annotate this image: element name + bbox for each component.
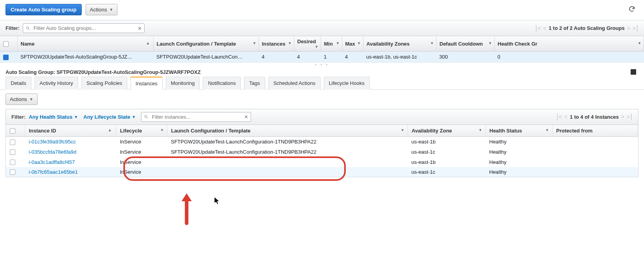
instance-launch-config <box>167 157 407 167</box>
asg-row[interactable]: SFTPGW20UpdateTest-AutoScalingGroup-5JZ…… <box>0 51 644 63</box>
chevron-down-icon: ▾ <box>431 41 433 45</box>
instances-filter-input[interactable] <box>141 112 251 122</box>
checkbox-icon[interactable] <box>3 41 9 47</box>
asg-col-max[interactable]: Max▾ <box>342 36 363 51</box>
asg-filter-input[interactable] <box>23 23 145 33</box>
asg-col-cooldown[interactable]: Default Cooldown▾ <box>436 36 494 51</box>
clear-filter-icon[interactable]: ✕ <box>138 25 142 31</box>
instance-id-link[interactable]: i-01c3fe39a93fc95cc <box>29 139 76 145</box>
create-asg-button[interactable]: Create Auto Scaling group <box>6 4 82 15</box>
instance-az: us-east-1c <box>407 147 485 157</box>
tab-scaling-policies[interactable]: Scaling Policies <box>81 77 127 90</box>
instance-az: us-east-1b <box>407 157 485 167</box>
asg-cell-health: 0 <box>494 51 644 63</box>
svg-marker-6 <box>215 197 219 204</box>
instances-actions-button[interactable]: Actions ▼ <box>6 94 38 105</box>
instance-row[interactable]: i-0aa3c1adffa8cf457 InService us-east-1b… <box>6 157 638 167</box>
filter-label: Filter: <box>6 25 20 31</box>
inst-col-checkbox[interactable] <box>6 125 25 137</box>
asg-col-desired[interactable]: Desired▾ <box>294 36 321 51</box>
page-first-icon[interactable]: ⎮< <box>556 114 562 120</box>
instances-table: Instance ID▲ Lifecycle▾ Launch Configura… <box>6 125 638 177</box>
pane-splitter[interactable]: • • • <box>0 63 644 67</box>
inst-col-protected[interactable]: Protected from <box>552 125 638 137</box>
checkbox-icon[interactable] <box>10 149 15 155</box>
sort-asc-icon: ▲ <box>108 128 112 132</box>
tab-activity-history[interactable]: Activity History <box>35 77 78 90</box>
asg-col-name[interactable]: Name▲ <box>17 36 153 51</box>
minimize-icon[interactable] <box>631 69 636 75</box>
tab-scheduled-actions[interactable]: Scheduled Actions <box>268 77 321 90</box>
health-status-filter[interactable]: Any Health Status ▼ <box>29 114 78 120</box>
top-toolbar: Create Auto Scaling group Actions ▼ <box>0 0 644 20</box>
chevron-down-icon: ▼ <box>132 115 136 119</box>
filter-label: Filter: <box>11 114 26 120</box>
tab-instances[interactable]: Instances <box>130 77 163 90</box>
inst-col-health[interactable]: Health Status▾ <box>485 125 552 137</box>
svg-line-3 <box>147 118 148 119</box>
tab-tags[interactable]: Tags <box>244 77 265 90</box>
instance-id-link[interactable]: i-0aa3c1adffa8cf457 <box>29 159 75 165</box>
chevron-down-icon: ▼ <box>29 97 33 101</box>
chevron-down-icon: ▾ <box>289 41 291 45</box>
instance-id-link[interactable]: i-035bccfda78e6fa9d <box>29 149 76 155</box>
page-first-icon[interactable]: ⎮< <box>535 25 541 31</box>
asg-cell-instances: 4 <box>259 51 294 63</box>
page-next-icon[interactable]: > <box>621 114 624 120</box>
page-next-icon[interactable]: > <box>627 25 630 31</box>
instance-row[interactable]: i-01c3fe39a93fc95cc InService SFTPGW20Up… <box>6 137 638 147</box>
checkbox-icon[interactable] <box>10 169 15 175</box>
tab-notifications[interactable]: Notifications <box>203 77 241 90</box>
checkbox-icon[interactable] <box>10 160 15 165</box>
actions-dropdown-button[interactable]: Actions ▼ <box>86 4 118 15</box>
tab-monitoring[interactable]: Monitoring <box>166 77 200 90</box>
asg-col-launch[interactable]: Launch Configuration / Template▾ <box>153 36 259 51</box>
checkbox-icon[interactable] <box>10 128 15 134</box>
page-last-icon[interactable]: >⎮ <box>627 114 633 120</box>
asg-col-az[interactable]: Availability Zones▾ <box>363 36 436 51</box>
asg-col-min[interactable]: Min▾ <box>321 36 342 51</box>
page-prev-icon[interactable]: < <box>564 114 567 120</box>
instance-lifecycle: InService <box>116 157 167 167</box>
instance-row[interactable]: i-035bccfda78e6fa9d InService SFTPGW20Up… <box>6 147 638 157</box>
asg-col-health[interactable]: Health Check Gr▾ <box>494 36 644 51</box>
clear-filter-icon[interactable]: ✕ <box>244 114 248 120</box>
instance-health: Healthy <box>485 147 552 157</box>
instance-protected <box>552 167 638 177</box>
checkbox-icon[interactable] <box>3 55 9 60</box>
svg-point-2 <box>145 115 147 118</box>
instance-protected <box>552 147 638 157</box>
lifecycle-state-filter[interactable]: Any Lifecycle State ▼ <box>83 114 136 120</box>
sort-asc-icon: ▲ <box>146 41 150 45</box>
checkbox-icon[interactable] <box>10 140 15 145</box>
asg-col-checkbox[interactable] <box>0 36 17 51</box>
inst-col-launch[interactable]: Launch Configuration / Template▾ <box>167 125 407 137</box>
asg-col-instances[interactable]: Instances▾ <box>259 36 294 51</box>
chevron-down-icon: ▾ <box>546 128 548 132</box>
details-title-name: SFTPGW20UpdateTest-AutoScalingGroup-5JZW… <box>57 69 201 75</box>
asg-cell-min: 1 <box>321 51 342 63</box>
instance-protected <box>552 137 638 147</box>
instance-row[interactable]: i-0b7fc65aac1e65be1 InService us-east-1c… <box>6 167 638 177</box>
instance-id-link[interactable]: i-0b7fc65aac1e65be1 <box>29 169 78 175</box>
asg-pager: ⎮< < 1 to 2 of 2 Auto Scaling Groups > >… <box>535 25 638 31</box>
page-last-icon[interactable]: >⎮ <box>633 25 638 31</box>
inst-col-az[interactable]: Availability Zone▾ <box>407 125 485 137</box>
asg-cell-name: SFTPGW20UpdateTest-AutoScalingGroup-5JZ… <box>17 51 153 63</box>
instance-health: Healthy <box>485 157 552 167</box>
chevron-down-icon: ▾ <box>489 41 491 45</box>
inst-col-id[interactable]: Instance ID▲ <box>25 125 116 137</box>
chevron-down-icon: ▾ <box>253 41 255 45</box>
page-prev-icon[interactable]: < <box>543 25 546 31</box>
tab-lifecycle-hooks[interactable]: Lifecycle Hooks <box>324 77 370 90</box>
asg-pager-text: 1 to 2 of 2 Auto Scaling Groups <box>549 25 625 31</box>
chevron-down-icon: ▾ <box>316 44 317 49</box>
search-icon <box>144 114 149 119</box>
tab-details[interactable]: Details <box>6 77 31 90</box>
chevron-down-icon: ▾ <box>402 128 404 132</box>
refresh-icon[interactable] <box>628 6 635 13</box>
asg-cell-cooldown: 300 <box>436 51 494 63</box>
inst-col-lifecycle[interactable]: Lifecycle▾ <box>116 125 167 137</box>
instances-pager: ⎮< < 1 to 4 of 4 Instances > >⎮ <box>556 114 633 120</box>
chevron-down-icon: ▾ <box>358 41 360 45</box>
